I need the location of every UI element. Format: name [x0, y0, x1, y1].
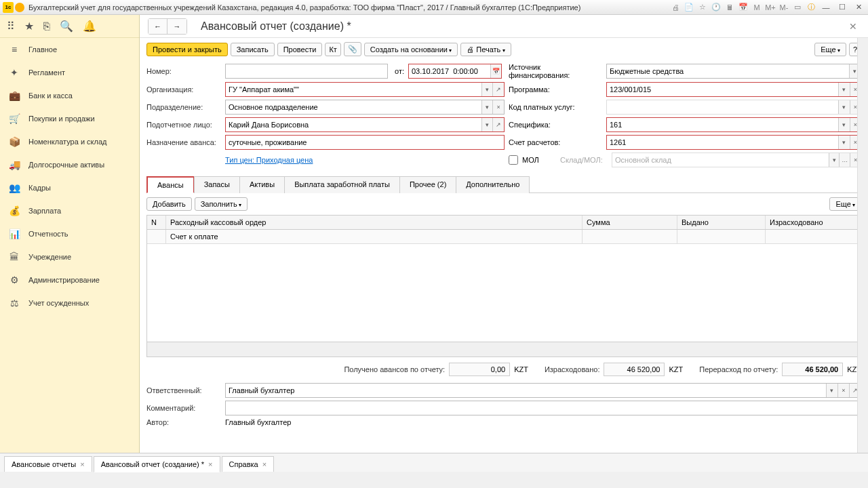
unit: KZT [514, 365, 528, 373]
calendar-icon[interactable]: 📅 [490, 64, 501, 78]
table-footer [147, 342, 861, 357]
col-n: N [147, 216, 166, 229]
date-input[interactable]: 📅 [408, 64, 502, 79]
more-button-2[interactable]: Еще ▾ [829, 197, 861, 211]
favorite-icon[interactable]: ★ [24, 20, 34, 33]
tab-stock[interactable]: Запасы [194, 176, 240, 193]
dept-input[interactable]: ▾× [225, 100, 505, 115]
bottom-tab-list[interactable]: Авансовые отчеты× [4, 456, 92, 472]
star-icon[interactable]: ☆ [697, 2, 708, 13]
dt-kt-button[interactable]: Кт [325, 43, 340, 56]
panel-icon[interactable]: ▭ [792, 2, 803, 13]
sidebar-item-main[interactable]: ≡Главное [0, 38, 139, 61]
more-icon[interactable]: … [839, 153, 850, 167]
person-input[interactable]: ▾↗ [225, 117, 505, 132]
calc-icon[interactable]: 🖩 [724, 2, 735, 13]
dropdown-icon[interactable]: ▾ [481, 118, 493, 131]
sidebar-item-stock[interactable]: 📦Номенклатура и склад [0, 130, 139, 153]
help-icon[interactable]: ⓘ [806, 2, 816, 13]
print-button[interactable]: 🖨 Печать ▾ [460, 43, 511, 56]
bottom-tab-current[interactable]: Авансовый отчет (создание) *× [94, 456, 220, 472]
org-input[interactable]: ▾↗ [225, 82, 505, 97]
resp-input[interactable]: ▾×↗ [225, 383, 861, 398]
close-icon[interactable]: × [80, 460, 84, 468]
post-button[interactable]: Провести [277, 43, 323, 56]
more-button[interactable]: Еще ▾ [814, 43, 846, 56]
history-icon[interactable]: ⎘ [43, 20, 50, 33]
save-button[interactable]: Записать [231, 43, 275, 56]
minimize-button[interactable]: — [819, 2, 833, 13]
sidebar-item-bank[interactable]: 💼Банк и касса [0, 84, 139, 107]
clear-icon[interactable]: × [492, 100, 504, 114]
warehouse-input[interactable]: ▾…× [612, 152, 861, 167]
tab-assets[interactable]: Активы [239, 176, 285, 193]
form: Номер: от: 📅 Источник финансирования: ▾ … [140, 60, 868, 173]
close-page-button[interactable]: ✕ [846, 18, 860, 35]
price-type-link[interactable]: Тип цен: Приходная цена [225, 156, 313, 164]
acct-input[interactable]: ▾× [606, 135, 861, 150]
apps-icon[interactable]: ⠿ [7, 20, 15, 33]
search-icon[interactable]: 🔍 [60, 20, 73, 33]
sidebar-item-org[interactable]: 🏛Учреждение [0, 245, 139, 268]
fill-button[interactable]: Заполнить ▾ [195, 197, 248, 211]
sidebar-item-admin[interactable]: ⚙Администрирование [0, 268, 139, 291]
m-icon[interactable]: M [751, 2, 762, 13]
mminus-icon[interactable]: M- [778, 2, 789, 13]
sidebar-item-reglament[interactable]: ✦Регламент [0, 61, 139, 84]
clock-icon[interactable]: 🕐 [711, 2, 722, 13]
bell-icon[interactable]: 🔔 [83, 20, 96, 33]
close-button[interactable]: ✕ [852, 2, 865, 13]
dropdown-icon[interactable]: ▾ [838, 118, 849, 131]
sidebar-item-assets[interactable]: 🚚Долгосрочные активы [0, 153, 139, 176]
back-button[interactable]: ← [149, 19, 167, 34]
maximize-button[interactable]: ☐ [835, 2, 849, 13]
sidebar-item-prison[interactable]: ⚖Учет осужденных [0, 291, 139, 314]
calendar-icon[interactable]: 📅 [738, 2, 749, 13]
spec-input[interactable]: ▾× [606, 117, 861, 132]
dropdown-icon[interactable] [15, 3, 24, 12]
dropdown-icon[interactable]: ▾ [838, 136, 849, 149]
sidebar-item-reports[interactable]: 📊Отчетность [0, 222, 139, 245]
dropdown-icon[interactable]: ▾ [829, 153, 840, 167]
unit: KZT [669, 365, 683, 373]
attach-button[interactable]: 📎 [344, 42, 361, 56]
dropdown-icon[interactable]: ▾ [838, 100, 849, 114]
tab-advances[interactable]: Авансы [146, 176, 195, 193]
tool-icon[interactable]: 📄 [684, 2, 694, 13]
dropdown-icon[interactable]: ▾ [481, 100, 493, 114]
mol-checkbox[interactable] [509, 155, 518, 165]
open-icon[interactable]: ↗ [492, 83, 504, 96]
sidebar-item-hr[interactable]: 👥Кадры [0, 176, 139, 199]
print-icon[interactable]: 🖨 [670, 2, 681, 13]
add-button[interactable]: Добавить [146, 197, 192, 211]
bottom-tab-help[interactable]: Справка× [222, 456, 275, 472]
table-header: N Расходный кассовый ордер Сумма Выдано … [147, 216, 861, 230]
close-icon[interactable]: × [262, 460, 267, 468]
open-icon[interactable]: ↗ [492, 118, 504, 131]
scrollbar[interactable] [857, 38, 868, 453]
dropdown-icon[interactable]: ▾ [838, 83, 849, 96]
close-icon[interactable]: × [208, 460, 212, 468]
purpose-input[interactable] [225, 135, 505, 150]
sidebar-item-salary[interactable]: 💰Зарплата [0, 199, 139, 222]
sidebar-item-purchases[interactable]: 🛒Покупки и продажи [0, 107, 139, 130]
dropdown-icon[interactable]: ▾ [826, 384, 837, 397]
paidcode-input[interactable]: ▾× [606, 100, 861, 115]
nav-label: Учреждение [28, 253, 71, 261]
comment-input[interactable] [225, 401, 861, 415]
mplus-icon[interactable]: M+ [765, 2, 776, 13]
tab-salary[interactable]: Выплата заработной платы [284, 176, 400, 193]
forward-button[interactable]: → [167, 19, 186, 34]
dropdown-icon[interactable]: ▾ [481, 83, 493, 96]
nav-label: Регламент [28, 68, 65, 77]
create-based-button[interactable]: Создать на основании ▾ [364, 43, 458, 56]
post-close-button[interactable]: Провести и закрыть [146, 43, 228, 56]
finsrc-input[interactable]: ▾ [606, 64, 861, 79]
tab-other[interactable]: Прочее (2) [399, 176, 456, 193]
tab-extra[interactable]: Дополнительно [456, 176, 530, 193]
clear-icon[interactable]: × [837, 384, 849, 397]
table-body[interactable] [147, 244, 861, 342]
spent-label: Израсходовано: [545, 365, 600, 373]
program-input[interactable]: ▾× [606, 82, 861, 97]
number-input[interactable] [225, 64, 388, 79]
